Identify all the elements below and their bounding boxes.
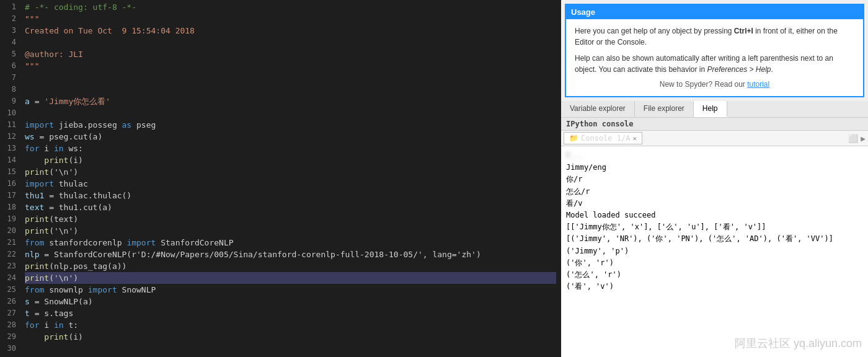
console-output-line: Jimmy/eng — [566, 162, 863, 174]
line-number-24: 24 — [4, 272, 16, 284]
console-close-button[interactable]: ✕ — [632, 134, 637, 143]
code-token: i — [39, 143, 53, 154]
code-line-1[interactable]: # -*- coding: utf-8 -*- — [25, 1, 556, 13]
code-line-15[interactable]: print('\n') — [25, 166, 556, 178]
code-line-29[interactable]: print(i) — [25, 331, 556, 343]
code-token: import — [126, 237, 156, 249]
code-line-13[interactable]: for i in ws: — [25, 143, 556, 154]
line-number-11: 11 — [4, 119, 16, 131]
code-token: (i) — [68, 154, 82, 166]
code-line-16[interactable]: import thulac — [25, 178, 556, 190]
tab-file-explorer[interactable]: File explorer — [635, 101, 694, 117]
console-output-line: [['Jimmy你怎', 'x'], ['么', 'u'], ['看', 'v'… — [566, 221, 863, 233]
code-line-30[interactable] — [25, 343, 556, 355]
code-line-9[interactable]: a = 'Jimmy你怎么看' — [25, 95, 556, 107]
code-line-12[interactable]: ws = pseg.cut(a) — [25, 131, 556, 143]
console-output-line: [('Jimmy', 'NR'), ('你', 'PN'), ('怎么', 'A… — [566, 233, 863, 245]
code-token: = thu1.cut(a) — [44, 201, 112, 213]
code-line-14[interactable]: print(i) — [25, 154, 556, 166]
code-line-11[interactable]: import jieba.posseg as pseg — [25, 119, 556, 131]
code-token: Created on — [25, 25, 78, 37]
line-number-26: 26 — [4, 296, 16, 307]
console-output-line: ('怎么', 'r') — [566, 269, 863, 281]
tab-help[interactable]: Help — [694, 101, 727, 117]
code-line-2[interactable]: """ — [25, 13, 556, 25]
code-token: """ — [25, 13, 39, 25]
code-token: from — [25, 237, 44, 249]
code-token: text — [25, 201, 44, 213]
line-number-12: 12 — [4, 131, 16, 143]
console-1a-tab[interactable]: 📁 Console 1/A ✕ — [564, 132, 642, 144]
code-line-27[interactable]: t = s.tags — [25, 307, 556, 319]
code-token: pseg — [131, 119, 156, 131]
line-number-10: 10 — [4, 107, 16, 119]
editor-area: 1234567891011121314151617181920212223242… — [0, 0, 561, 357]
code-line-22[interactable]: nlp = StanfordCoreNLP(r'D:/#Now/Papers/0… — [25, 249, 556, 260]
line-numbers: 1234567891011121314151617181920212223242… — [0, 0, 20, 357]
code-token: = pseg.cut(a) — [35, 131, 103, 143]
line-number-1: 1 — [4, 1, 16, 13]
line-number-17: 17 — [4, 190, 16, 201]
code-line-24[interactable]: print('\n') — [25, 272, 556, 284]
code-line-8[interactable] — [25, 84, 556, 95]
code-token: import — [25, 119, 54, 131]
line-number-30: 30 — [4, 343, 16, 355]
code-line-5[interactable]: @author: JLI — [25, 48, 556, 60]
code-token: s — [25, 296, 30, 307]
usage-text3: Help can also be shown automatically aft… — [575, 54, 833, 74]
code-token: from — [25, 284, 44, 296]
console-icon1[interactable]: ⬜ — [848, 134, 858, 143]
code-line-18[interactable]: text = thu1.cut(a) — [25, 201, 556, 213]
line-number-21: 21 — [4, 237, 16, 249]
code-line-26[interactable]: s = SnowNLP(a) — [25, 296, 556, 307]
code-line-17[interactable]: thu1 = thulac.thulac() — [25, 190, 556, 201]
code-token: print — [25, 225, 49, 237]
code-token: t: — [64, 319, 78, 331]
code-lines[interactable]: # -*- coding: utf-8 -*-"""Created on Tue… — [20, 0, 561, 357]
code-token: print — [44, 154, 68, 166]
code-line-19[interactable]: print(text) — [25, 213, 556, 225]
code-line-23[interactable]: print(nlp.pos_tag(a)) — [25, 260, 556, 272]
tab-variable-explorer[interactable]: Variable explorer — [561, 101, 635, 117]
line-number-13: 13 — [4, 143, 16, 154]
code-token: import — [88, 284, 117, 296]
line-number-9: 9 — [4, 95, 16, 107]
code-line-10[interactable] — [25, 107, 556, 119]
line-number-16: 16 — [4, 178, 16, 190]
line-number-28: 28 — [4, 319, 16, 331]
code-token: """ — [25, 60, 39, 72]
code-token: ('\n') — [49, 166, 78, 178]
line-number-19: 19 — [4, 213, 16, 225]
code-line-4[interactable] — [25, 37, 556, 48]
console-icon2[interactable]: ▶ — [861, 134, 866, 143]
code-token: = SnowNLP(a) — [30, 296, 93, 307]
code-token: print — [25, 272, 49, 284]
code-token: 9 15:54:04 2018 — [112, 25, 195, 37]
code-token: ws — [25, 131, 35, 143]
code-token: (text) — [49, 213, 78, 225]
line-number-8: 8 — [4, 84, 16, 95]
code-token: print — [25, 166, 49, 178]
code-token: for — [25, 319, 39, 331]
console-output-line: 怎么/r — [566, 186, 863, 198]
code-token: = thulac.thulac() — [44, 190, 131, 201]
code-line-3[interactable]: Created on Tue Oct 9 15:54:04 2018 — [25, 25, 556, 37]
code-line-7[interactable] — [25, 72, 556, 84]
tutorial-link[interactable]: tutorial — [747, 80, 769, 89]
code-line-20[interactable]: print('\n') — [25, 225, 556, 237]
code-token: print — [25, 213, 49, 225]
code-line-28[interactable]: for i in t: — [25, 319, 556, 331]
code-token: in — [54, 143, 64, 154]
code-token: thulac — [54, 178, 88, 190]
code-line-6[interactable]: """ — [25, 60, 556, 72]
code-line-25[interactable]: from snownlp import SnowNLP — [25, 284, 556, 296]
console-output-line: F... — [566, 150, 863, 162]
line-number-3: 3 — [4, 25, 16, 37]
code-token: Tue Oct — [78, 25, 112, 37]
code-line-21[interactable]: from stanfordcorenlp import StanfordCore… — [25, 237, 556, 249]
console-tab-label: Console 1/A — [581, 134, 630, 143]
line-number-14: 14 — [4, 154, 16, 166]
line-number-15: 15 — [4, 166, 16, 178]
code-token: i — [39, 319, 53, 331]
code-token: stanfordcorenlp — [44, 237, 126, 249]
